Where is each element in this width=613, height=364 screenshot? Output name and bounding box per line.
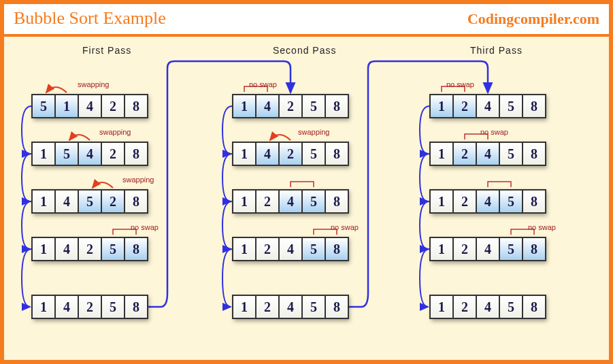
noswap-label: no swap	[480, 128, 508, 136]
array-cell: 5	[499, 237, 523, 261]
array-cell: 1	[232, 189, 256, 214]
array-cell: 1	[429, 237, 454, 261]
step-connector-icon	[222, 106, 232, 154]
step-connector-icon	[222, 249, 232, 307]
array-cell: 4	[54, 189, 79, 214]
array-cell: 2	[101, 189, 125, 214]
noswap-label: no swap	[331, 223, 359, 231]
array-cell: 5	[78, 189, 102, 214]
noswap-label: no swap	[131, 223, 159, 231]
noswap-label: no swap	[528, 223, 556, 231]
page-title: Bubble Sort Example	[14, 8, 166, 29]
array-cell: 1	[429, 189, 454, 214]
array-cell: 4	[278, 237, 303, 261]
array-cell: 5	[499, 189, 523, 214]
diagram-frame: Bubble Sort Example Codingcompiler.com F…	[0, 0, 613, 364]
array-cell: 2	[255, 295, 280, 319]
array-row: 51428	[31, 94, 147, 118]
array-cell: 1	[31, 142, 56, 166]
array-row: 14258	[232, 94, 348, 118]
diagram-canvas: First Pass51428swapping15428swapping1452…	[4, 39, 609, 360]
array-cell: 1	[232, 295, 256, 319]
array-row: 12458	[232, 237, 348, 261]
array-cell: 2	[452, 295, 477, 319]
array-row: 15428	[31, 142, 147, 166]
array-cell: 8	[325, 142, 349, 166]
array-cell: 4	[255, 142, 280, 166]
array-cell: 1	[429, 94, 454, 118]
noswap-bracket-icon	[488, 182, 511, 187]
array-cell: 4	[255, 94, 280, 118]
swap-arrow-icon	[270, 135, 291, 140]
array-cell: 2	[255, 237, 280, 261]
array-cell: 5	[301, 237, 326, 261]
array-cell: 1	[54, 94, 79, 118]
noswap-label: no swap	[249, 80, 277, 88]
array-cell: 8	[124, 142, 148, 166]
array-cell: 1	[31, 237, 56, 261]
array-cell: 1	[232, 142, 256, 166]
array-cell: 8	[124, 189, 148, 214]
array-cell: 2	[101, 142, 125, 166]
array-cell: 8	[325, 237, 349, 261]
array-cell: 8	[522, 237, 546, 261]
array-cell: 8	[325, 295, 349, 319]
array-cell: 5	[54, 142, 79, 166]
array-cell: 8	[325, 189, 349, 214]
array-cell: 2	[78, 237, 102, 261]
noswap-bracket-icon	[291, 182, 314, 187]
array-cell: 4	[476, 189, 500, 214]
array-row: 12458	[429, 142, 545, 166]
step-connector-icon	[22, 249, 31, 307]
array-cell: 2	[452, 189, 477, 214]
array-cell: 4	[476, 237, 500, 261]
pass-title: First Pass	[82, 45, 131, 56]
array-cell: 1	[232, 94, 256, 118]
array-row: 14258	[31, 237, 147, 261]
array-row: 14258	[31, 295, 147, 319]
site-name: Codingcompiler.com	[467, 10, 599, 28]
array-cell: 1	[429, 295, 454, 319]
array-cell: 8	[124, 237, 148, 261]
array-cell: 8	[522, 295, 546, 319]
array-cell: 2	[452, 142, 477, 166]
array-cell: 5	[301, 142, 326, 166]
step-connector-icon	[222, 154, 232, 201]
step-connector-icon	[420, 154, 429, 201]
array-row: 12458	[429, 189, 545, 214]
array-cell: 1	[232, 237, 256, 261]
array-cell: 4	[476, 142, 500, 166]
array-cell: 8	[325, 94, 349, 118]
array-cell: 5	[101, 295, 125, 319]
array-cell: 1	[429, 142, 454, 166]
array-cell: 8	[522, 189, 546, 214]
swap-label: swapping	[298, 128, 329, 136]
array-cell: 1	[31, 295, 56, 319]
array-cell: 4	[476, 295, 500, 319]
swap-label: swapping	[78, 80, 109, 88]
array-cell: 4	[278, 189, 303, 214]
array-cell: 2	[452, 94, 477, 118]
array-cell: 2	[278, 142, 303, 166]
array-cell: 4	[78, 94, 102, 118]
step-connector-icon	[420, 106, 429, 154]
swap-arrow-icon	[46, 87, 67, 93]
array-cell: 5	[499, 142, 523, 166]
array-cell: 2	[255, 189, 280, 214]
header: Bubble Sort Example Codingcompiler.com	[4, 4, 609, 37]
array-row: 12458	[232, 189, 348, 214]
array-row: 14258	[232, 142, 348, 166]
array-cell: 5	[31, 94, 56, 118]
array-cell: 4	[278, 295, 303, 319]
array-cell: 5	[301, 189, 326, 214]
array-cell: 5	[499, 94, 523, 118]
array-row: 12458	[429, 237, 545, 261]
swap-label: swapping	[122, 176, 154, 184]
array-cell: 2	[78, 295, 102, 319]
swap-arrow-icon	[69, 135, 90, 140]
array-row: 12458	[429, 94, 545, 118]
swap-label: swapping	[99, 128, 131, 136]
array-cell: 8	[124, 295, 148, 319]
array-cell: 5	[499, 295, 523, 319]
step-connector-icon	[22, 154, 31, 201]
